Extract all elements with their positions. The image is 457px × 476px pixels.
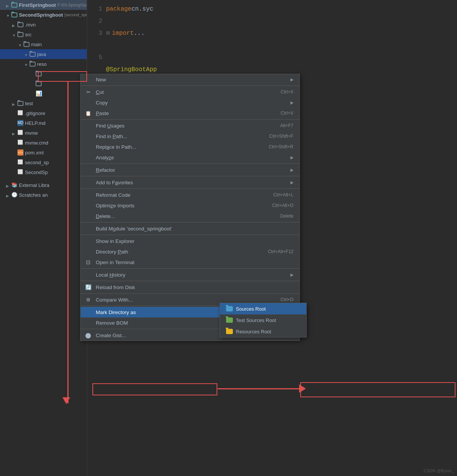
shortcut-compare-with: Ctrl+D: [281, 297, 293, 302]
submenu-item-test-sources-root[interactable]: Test Sources Root: [220, 314, 306, 326]
code-line-3: ⊞ import ...: [106, 27, 457, 39]
arrow-icon: [24, 62, 29, 66]
menu-item-build-module[interactable]: Build Module 'second_springboot': [81, 223, 299, 234]
menu-label-add-to-favorites: Add to Favorites: [96, 180, 287, 185]
submenu-label-resources-root: Resources Root: [236, 329, 271, 334]
arrow-icon: [30, 72, 35, 76]
menu-separator: [81, 293, 299, 294]
tree-item-label: SecondSpringboot: [19, 12, 63, 18]
menu-label-open-in-terminal: Open in Terminal: [96, 260, 293, 265]
submenu-arrow-icon: ▶: [290, 100, 293, 105]
tree-item-res-chart[interactable]: 📊: [0, 89, 87, 98]
menu-item-find-in-path[interactable]: Find in Path... Ctrl+Shift+F: [81, 131, 299, 142]
tree-item-label: HELP.md: [25, 120, 45, 126]
project-tree-panel: FirstSpringboot F:\03-Spring\SpringBoot\…: [0, 0, 87, 476]
reload-icon: 🔄: [84, 283, 92, 291]
menu-label-new: New: [96, 77, 287, 82]
arrow-icon: [30, 91, 35, 96]
menu-item-reload-from-disk[interactable]: 🔄 Reload from Disk: [81, 282, 299, 292]
tree-item-label: mvnw: [25, 130, 38, 136]
arrow-icon: [12, 170, 17, 174]
tree-item-scratches[interactable]: 🕐 Scratches an: [0, 190, 87, 200]
tree-item-secondsp[interactable]: ⬜ second_sp: [0, 157, 87, 167]
cut-icon: ✂: [84, 88, 92, 96]
folder-icon: [36, 81, 42, 86]
tree-item-src[interactable]: src: [0, 30, 87, 39]
submenu-item-resources-root[interactable]: Resources Root: [220, 326, 306, 337]
tree-item-label: reso: [37, 61, 47, 67]
menu-item-show-in-explorer[interactable]: Show in Explorer: [81, 236, 299, 246]
tree-item-label: .mvn: [25, 22, 36, 28]
arrow-icon: [12, 121, 17, 125]
menu-item-add-to-favorites[interactable]: Add to Favorites ▶: [81, 177, 299, 188]
folder-icon: [11, 3, 17, 8]
menu-separator: [81, 281, 299, 281]
menu-label-optimize-imports: Optimize Imports: [96, 203, 265, 208]
tree-item-mvn[interactable]: .mvn: [0, 20, 87, 30]
tree-item-resources[interactable]: reso: [0, 59, 87, 69]
menu-item-find-usages[interactable]: Find Usages Alt+F7: [81, 120, 299, 131]
md-icon: MD: [17, 120, 23, 126]
submenu-arrow-icon: ▶: [290, 180, 293, 185]
tree-item-first-springboot[interactable]: FirstSpringboot F:\03-Spring\SpringBoot\…: [0, 0, 87, 10]
tree-item-second-springboot[interactable]: SecondSpringboot [second_springboot] F:\…: [0, 10, 87, 20]
arrow-icon: [12, 22, 17, 27]
menu-item-new[interactable]: New ▶: [81, 74, 299, 85]
menu-item-optimize-imports[interactable]: Optimize Imports Ctrl+Alt+O: [81, 200, 299, 211]
code-line-5: [106, 39, 457, 51]
shortcut-replace-in-path: Ctrl+Shift+R: [269, 144, 293, 149]
menu-separator: [81, 176, 299, 176]
arrow-icon: [12, 131, 17, 135]
menu-separator: [81, 86, 299, 86]
menu-item-local-history[interactable]: Local History ▶: [81, 269, 299, 280]
menu-label-local-history: Local History: [96, 272, 287, 278]
shortcut-paste: Ctrl+V: [281, 110, 293, 116]
menu-item-directory-path[interactable]: Directory Path Ctrl+Alt+F12: [81, 246, 299, 257]
menu-item-reformat-code[interactable]: Reformat Code Ctrl+Alt+L: [81, 190, 299, 200]
shortcut-cut: Ctrl+X: [281, 89, 293, 95]
menu-item-copy[interactable]: Copy ▶: [81, 97, 299, 108]
tree-item-label: main: [31, 42, 42, 47]
arrow-icon: [24, 52, 29, 56]
menu-item-replace-in-path[interactable]: Replace in Path... Ctrl+Shift+R: [81, 142, 299, 152]
arrow-icon: [6, 3, 11, 7]
menu-label-paste: Paste: [96, 110, 273, 116]
tree-item-gitignore[interactable]: ⬜ .gitignore: [0, 108, 87, 118]
tree-item-main[interactable]: main: [0, 39, 87, 49]
tree-item-res-sub1[interactable]: [0, 69, 87, 79]
menu-item-open-in-terminal[interactable]: ⊡ Open in Terminal: [81, 257, 299, 268]
menu-separator: [81, 119, 299, 120]
menu-item-refactor[interactable]: Refactor ▶: [81, 165, 299, 175]
menu-item-analyze[interactable]: Analyze ▶: [81, 152, 299, 163]
paste-icon: 📋: [84, 109, 92, 117]
tree-item-java[interactable]: java: [0, 49, 87, 59]
menu-separator: [81, 163, 299, 164]
menu-item-paste[interactable]: 📋 Paste Ctrl+V: [81, 108, 299, 118]
tree-item-helpmd[interactable]: MD HELP.md: [0, 118, 87, 128]
github-icon: ⬤: [84, 331, 92, 339]
arrow-icon: [30, 81, 35, 86]
menu-separator: [81, 188, 299, 189]
menu-item-delete[interactable]: Delete... Delete: [81, 211, 299, 221]
context-menu: New ▶ ✂ Cut Ctrl+X Copy ▶ 📋 Paste Ctrl+V…: [80, 74, 300, 341]
tree-item-external-libraries[interactable]: 📚 External Libra: [0, 180, 87, 190]
tree-item-test[interactable]: test: [0, 98, 87, 108]
tree-item-label: FirstSpringboot: [19, 2, 56, 8]
tree-item-secondspringboot-file[interactable]: ⬜ SecondSp: [0, 167, 87, 177]
test-sources-root-icon: [226, 317, 233, 323]
submenu-arrow-icon: ▶: [290, 272, 293, 277]
tree-item-label: test: [25, 101, 33, 106]
tree-item-mvnw[interactable]: ⬜ mvnw: [0, 128, 87, 138]
tree-item-pomxml[interactable]: </> pom.xml: [0, 148, 87, 157]
submenu-item-sources-root[interactable]: Sources Root: [220, 303, 306, 314]
tree-item-label: External Libra: [19, 182, 49, 188]
tree-item-res-sub2[interactable]: [0, 79, 87, 89]
scratches-icon: 🕐: [11, 192, 17, 198]
tree-item-label: mvnw.cmd: [25, 140, 48, 146]
arrow-icon: [12, 111, 17, 115]
library-icon: 📚: [11, 182, 17, 188]
tree-item-path: F:\03-Spring\SpringBoot\homework\b: [58, 3, 87, 7]
shortcut-optimize-imports: Ctrl+Alt+O: [272, 203, 293, 208]
menu-item-cut[interactable]: ✂ Cut Ctrl+X: [81, 87, 299, 97]
tree-item-mvnwcmd[interactable]: ⬜ mvnw.cmd: [0, 138, 87, 148]
